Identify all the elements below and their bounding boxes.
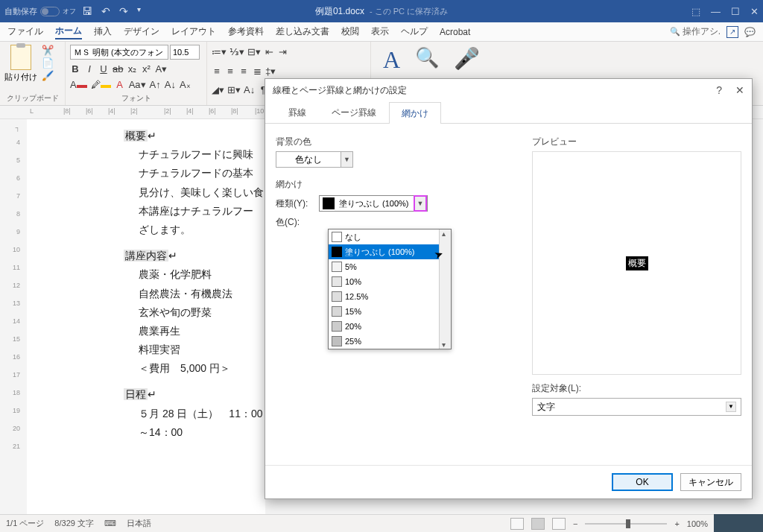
tab-home[interactable]: ホーム	[55, 25, 82, 39]
redo-icon[interactable]: ↷	[119, 5, 128, 17]
cancel-button[interactable]: キャンセル	[680, 473, 741, 491]
option-20[interactable]: 20%	[329, 319, 451, 334]
dropdown-scrollbar[interactable]	[439, 229, 451, 349]
shading-button[interactable]: ◢▾	[212, 84, 224, 95]
tab-acrobat[interactable]: Acrobat	[440, 27, 470, 37]
zoom-out-icon[interactable]: −	[573, 519, 577, 528]
ok-button[interactable]: OK	[612, 473, 673, 491]
numbering-button[interactable]: ⅓▾	[229, 46, 244, 57]
tab-insert[interactable]: 挿入	[94, 25, 112, 38]
dialog-close-icon[interactable]: ✕	[735, 84, 744, 96]
zoom-value[interactable]: 100%	[687, 519, 708, 528]
char-shading-button[interactable]: A	[115, 79, 125, 90]
view-web-icon[interactable]	[552, 518, 566, 530]
copy-icon[interactable]: 📄	[42, 57, 54, 69]
text-effects-button[interactable]: A▾	[155, 63, 167, 75]
undo-icon[interactable]: ↶	[101, 5, 110, 17]
status-language[interactable]: 日本語	[127, 518, 151, 529]
bold-button[interactable]: B	[70, 63, 80, 75]
shrink-font-button[interactable]: A↓	[165, 79, 176, 90]
option-15[interactable]: 15%	[329, 304, 451, 319]
ruler-vertical[interactable]: ┐ 4 5 6 7 8 9 10 11 12 13 14 15 16 17 18…	[0, 119, 22, 514]
multilevel-button[interactable]: ⊟▾	[247, 46, 261, 57]
highlight-button[interactable]: 🖉	[91, 79, 111, 90]
save-icon[interactable]: 🖫	[82, 5, 92, 17]
apply-dropdown-icon[interactable]: ▼	[726, 402, 736, 412]
option-none[interactable]: なし	[329, 229, 451, 244]
zoom-slider[interactable]	[585, 523, 667, 525]
tab-borders[interactable]: 罫線	[276, 101, 319, 123]
tab-references[interactable]: 参考資料	[228, 25, 264, 38]
subscript-button[interactable]: x₂	[127, 63, 137, 75]
clear-format-button[interactable]: Aₓ	[180, 79, 191, 90]
zoom-in-icon[interactable]: +	[674, 519, 679, 528]
option-12[interactable]: 12.5%	[329, 289, 451, 304]
type-dropdown-icon[interactable]: ▼	[414, 195, 427, 212]
superscript-button[interactable]: x²	[141, 63, 151, 75]
option-solid[interactable]: 塗りつぶし (100%)	[329, 244, 451, 259]
bullets-button[interactable]: ≔▾	[212, 46, 227, 57]
justify-button[interactable]: ≣	[252, 66, 262, 77]
apply-to-combobox[interactable]: 文字 ▼	[532, 398, 741, 416]
option-10[interactable]: 10%	[329, 274, 451, 289]
underline-button[interactable]: U	[98, 63, 109, 75]
status-words[interactable]: 8/329 文字	[54, 518, 94, 529]
tab-layout[interactable]: レイアウト	[171, 25, 216, 38]
qat-more-icon[interactable]: ▾	[137, 5, 141, 17]
tellme-search[interactable]: 操作アシ.	[670, 25, 721, 38]
align-center-button[interactable]: ≡	[225, 66, 235, 77]
align-left-button[interactable]: ≡	[212, 66, 222, 77]
doc-text: 玄米や旬の野菜	[27, 303, 265, 322]
group-label-font: フォント	[70, 92, 202, 105]
grow-font-button[interactable]: A↑	[150, 79, 161, 90]
close-icon[interactable]: ✕	[750, 6, 759, 17]
align-right-button[interactable]: ≡	[238, 66, 249, 77]
maximize-icon[interactable]: ☐	[731, 6, 740, 17]
find-button[interactable]: 🔍	[415, 46, 439, 69]
document-page[interactable]: 概要↵ ナチュラルフードに興味 ナチュラルフードの基本 見分け、美味しく楽しい食…	[27, 119, 265, 514]
tab-shading[interactable]: 網かけ	[389, 102, 441, 124]
dialog-help-icon[interactable]: ?	[716, 84, 722, 96]
bgcolor-dropdown-icon[interactable]: ▼	[341, 151, 353, 168]
font-size-input[interactable]	[170, 45, 200, 60]
preview-label: プレビュー	[532, 136, 741, 148]
tab-review[interactable]: 校閲	[341, 25, 359, 38]
dictate-button[interactable]: 🎤	[454, 46, 480, 71]
status-proof-icon[interactable]: ⌨	[104, 519, 116, 528]
bgcolor-value[interactable]: 色なし	[276, 151, 341, 168]
tab-page-border[interactable]: ページ罫線	[319, 101, 389, 123]
font-name-input[interactable]	[70, 45, 168, 60]
borders-button[interactable]: ⊞▾	[227, 84, 241, 95]
comments-icon[interactable]: 💬	[744, 27, 756, 37]
change-case-button[interactable]: Aa▾	[129, 79, 146, 90]
tab-design[interactable]: デザイン	[124, 25, 159, 38]
styles-button[interactable]: A	[383, 46, 400, 74]
type-combobox[interactable]: 塗りつぶし (100%) ▼	[319, 195, 428, 212]
share-icon[interactable]: ↗	[726, 26, 738, 38]
sort-button[interactable]: A↓	[244, 84, 255, 95]
group-label-clipboard: クリップボード	[4, 92, 60, 105]
inc-indent-button[interactable]: ⇥	[277, 46, 288, 57]
ribbon-display-icon[interactable]: ⬚	[691, 6, 700, 17]
view-read-icon[interactable]	[510, 518, 524, 530]
doc-text: 農業再生	[27, 322, 265, 341]
line-spacing-button[interactable]: ‡▾	[265, 66, 276, 77]
status-page[interactable]: 1/1 ページ	[6, 518, 44, 529]
option-5[interactable]: 5%	[329, 259, 451, 274]
dec-indent-button[interactable]: ⇤	[264, 46, 274, 57]
strike-button[interactable]: ab	[113, 63, 123, 75]
tab-view[interactable]: 表示	[371, 25, 389, 38]
option-25[interactable]: 25%	[329, 334, 451, 349]
minimize-icon[interactable]: —	[711, 6, 721, 17]
tab-help[interactable]: ヘルプ	[401, 25, 428, 38]
autosave-toggle[interactable]: 自動保存 オフ	[4, 6, 76, 17]
tab-file[interactable]: ファイル	[7, 25, 43, 38]
format-painter-icon[interactable]: 🖌️	[42, 70, 54, 81]
view-print-icon[interactable]	[531, 518, 545, 530]
font-color-button[interactable]: A	[70, 79, 87, 90]
cut-icon[interactable]: ✂️	[42, 45, 54, 56]
autosave-switch-icon[interactable]	[40, 7, 60, 16]
italic-button[interactable]: I	[84, 63, 95, 75]
tab-mail[interactable]: 差し込み文書	[276, 25, 329, 38]
paste-button[interactable]: 貼り付け	[4, 45, 37, 83]
